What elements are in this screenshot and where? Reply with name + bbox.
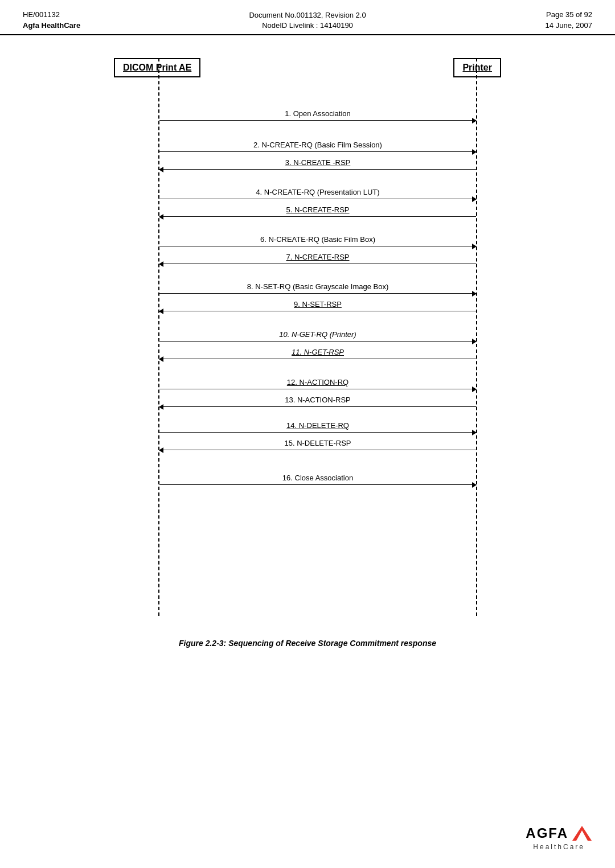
msg-13: 13. N-ACTION-RSP: [159, 396, 476, 407]
doc-center: Document No.001132, Revision 2.0 NodeID …: [249, 10, 366, 31]
msg-6: 6. N-CREATE-RQ (Basic Film Box): [159, 235, 476, 246]
msg-7: 7. N-CREATE-RSP: [159, 253, 476, 264]
msg-1: 1. Open Association: [159, 109, 476, 121]
msg-16-label: 16. Close Association: [282, 474, 353, 482]
figure-caption-text: Figure 2.2-3: Sequencing of Receive Stor…: [179, 639, 436, 648]
msg-3: 3. N-CREATE -RSP: [159, 158, 476, 170]
agfa-text: AGFA: [526, 825, 568, 841]
page-header: HE/001132 Document No.001132, Revision 2…: [0, 0, 615, 35]
msg-14: 14. N-DELETE-RQ: [159, 421, 476, 433]
healthcare-text: HealthCare: [526, 843, 592, 851]
msg-9: 9. N-SET-RSP: [159, 300, 476, 311]
msg-16: 16. Close Association: [159, 474, 476, 485]
msg-11: 11. N-GET-RSP: [159, 348, 476, 359]
msg-4-label: 4. N-CREATE-RQ (Presentation LUT): [256, 188, 379, 196]
msg-15-label: 15. N-DELETE-RSP: [284, 439, 351, 447]
msg-9-label: 9. N-SET-RSP: [294, 300, 342, 308]
main-content: DICOM Print AE Printer 1. Open Associati…: [0, 35, 615, 670]
company-name: Agfa HealthCare: [23, 21, 80, 30]
msg-5-label: 5. N-CREATE-RSP: [286, 205, 350, 214]
msg-1-label: 1. Open Association: [285, 109, 351, 118]
msg-5: 5. N-CREATE-RSP: [159, 205, 476, 217]
msg-6-label: 6. N-CREATE-RQ (Basic Film Box): [260, 235, 375, 244]
doc-number-line2: NodeID Livelink : 14140190: [249, 20, 366, 31]
msg-2-label: 2. N-CREATE-RQ (Basic Film Session): [253, 141, 382, 149]
agfa-brand: AGFA: [526, 825, 592, 842]
msg-3-label: 3. N-CREATE -RSP: [285, 158, 351, 167]
msg-11-label: 11. N-GET-RSP: [292, 348, 344, 356]
msg-4: 4. N-CREATE-RQ (Presentation LUT): [159, 188, 476, 199]
doc-number-line1: Document No.001132, Revision 2.0: [249, 10, 366, 20]
msg-7-label: 7. N-CREATE-RSP: [286, 253, 350, 261]
header-date: 14 June, 2007: [546, 21, 592, 30]
msg-13-label: 13. N-ACTION-RSP: [285, 396, 351, 404]
msg-10-label: 10. N-GET-RQ (Printer): [279, 330, 356, 339]
msg-12-label: 12. N-ACTION-RQ: [287, 378, 348, 386]
msg-8-label: 8. N-SET-RQ (Basic Grayscale Image Box): [247, 282, 389, 291]
msg-14-label: 14. N-DELETE-RQ: [286, 421, 349, 430]
msg-2: 2. N-CREATE-RQ (Basic Film Session): [159, 141, 476, 152]
footer-logo: AGFA HealthCare: [526, 825, 592, 851]
page-number: Page 35 of 92: [546, 10, 592, 19]
msg-10: 10. N-GET-RQ (Printer): [159, 330, 476, 342]
doc-id: HE/001132: [23, 10, 60, 19]
msg-8: 8. N-SET-RQ (Basic Grayscale Image Box): [159, 282, 476, 294]
msg-15: 15. N-DELETE-RSP: [159, 439, 476, 450]
lifeline-right: [476, 58, 477, 616]
actor-dicom-print-ae: DICOM Print AE: [114, 58, 200, 77]
sequence-diagram: DICOM Print AE Printer 1. Open Associati…: [114, 58, 501, 616]
figure-caption: Figure 2.2-3: Sequencing of Receive Stor…: [34, 639, 581, 648]
agfa-icon: [572, 825, 592, 842]
msg-12: 12. N-ACTION-RQ: [159, 378, 476, 389]
actor-printer: Printer: [453, 58, 501, 77]
